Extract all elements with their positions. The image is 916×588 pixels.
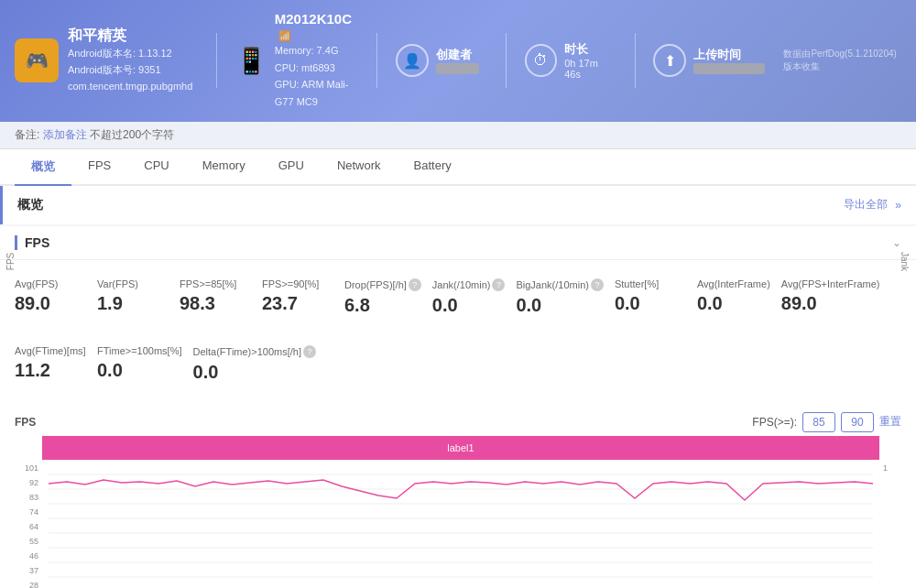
- jank-info-icon[interactable]: ?: [492, 278, 505, 291]
- chart-svg-wrapper: label1: [42, 436, 879, 588]
- device-icon: 📱: [235, 46, 267, 76]
- fps-panel-title: FPS: [15, 235, 49, 250]
- tab-bar: 概览 FPS CPU Memory GPU Network Battery: [0, 149, 916, 186]
- duration-info: 时长 0h 17m 46s: [564, 41, 616, 80]
- metric-bigjank: BigJank(/10min)? 0.0: [516, 275, 614, 323]
- upload-info: 上传时间 ██████████: [693, 47, 765, 74]
- metric-stutter-label: Stutter[%]: [615, 278, 686, 289]
- metric-ftime-100ms-label: FTime>=100ms[%]: [97, 345, 182, 356]
- duration-label: 时长: [564, 41, 616, 58]
- metric-stutter: Stutter[%] 0.0: [615, 275, 697, 323]
- duration-stat: ⏱ 时长 0h 17m 46s: [525, 41, 616, 80]
- creator-label: 创建者: [436, 47, 479, 63]
- creator-value: ██████: [436, 63, 479, 74]
- export-button[interactable]: 导出全部: [844, 197, 888, 212]
- app-package: com.tencent.tmgp.pubgmhd: [68, 79, 192, 95]
- fps-chart-container: FPS FPS(>=): 重置 101 92 83 74 64 55 46: [0, 405, 916, 588]
- metric-avg-fps: Avg(FPS) 89.0: [15, 275, 97, 323]
- metric-stutter-value: 0.0: [615, 293, 686, 314]
- metric-var-fps-label: Var(FPS): [97, 278, 169, 289]
- duration-icon: ⏱: [525, 44, 557, 77]
- creator-info: 创建者 ██████: [436, 47, 479, 74]
- divider-2: [376, 33, 377, 88]
- metric-ftime-100ms: FTime>=100ms[%] 0.0: [97, 342, 193, 390]
- metric-bigjank-label: BigJank(/10min)?: [516, 278, 603, 291]
- metric-bigjank-value: 0.0: [516, 295, 603, 316]
- fps-y-label: FPS: [5, 253, 16, 270]
- label1-banner: label1: [42, 436, 879, 460]
- metric-avg-fps-interframe: Avg(FPS+InterFrame) 89.0: [781, 275, 891, 323]
- metric-avg-fps-interframe-label: Avg(FPS+InterFrame): [781, 278, 880, 289]
- fps-collapse-button[interactable]: ⌄: [892, 236, 901, 249]
- tab-memory[interactable]: Memory: [186, 149, 262, 186]
- fps-panel-header: FPS ⌄: [0, 226, 916, 260]
- tab-battery[interactable]: Battery: [398, 149, 468, 186]
- metric-avg-ftime-label: Avg(FTime)[ms]: [15, 345, 86, 356]
- duration-value: 0h 17m 46s: [564, 58, 616, 80]
- reset-button[interactable]: 重置: [879, 414, 901, 430]
- metric-avg-fps-value: 89.0: [15, 293, 86, 314]
- metric-avg-interframe-label: Avg(InterFrame): [697, 278, 770, 289]
- metric-jank-value: 0.0: [432, 295, 506, 316]
- metric-avg-interframe: Avg(InterFrame) 0.0: [697, 275, 781, 323]
- tab-cpu[interactable]: CPU: [127, 149, 185, 186]
- fps-90-input[interactable]: [841, 412, 874, 432]
- chart-controls: FPS FPS(>=): 重置: [15, 412, 901, 432]
- app-android-version: Android版本名: 1.13.12: [68, 46, 192, 62]
- metric-fps90-value: 23.7: [262, 293, 333, 314]
- metric-var-fps-value: 1.9: [97, 293, 169, 314]
- fps-metrics-row1: Avg(FPS) 89.0 Var(FPS) 1.9 FPS>=85[%] 98…: [0, 260, 916, 338]
- metric-drop-fps: Drop(FPS)[/h]? 6.8: [344, 275, 432, 323]
- fps-85-input[interactable]: [802, 412, 835, 432]
- metric-var-fps: Var(FPS) 1.9: [97, 275, 180, 323]
- jank-y-label: Jank: [900, 252, 910, 271]
- y-axis-right: 1 0: [879, 436, 901, 588]
- device-memory: Memory: 7.4G: [275, 42, 358, 60]
- overview-section-header: 概览 导出全部 »: [0, 186, 916, 224]
- metric-avg-fps-label: Avg(FPS): [15, 278, 86, 289]
- fps-filter-label: FPS(>=):: [752, 416, 797, 429]
- metric-delta-ftime-label: Delta(FTime)>100ms[/h]?: [193, 345, 317, 358]
- creator-stat: 👤 创建者 ██████: [396, 44, 487, 77]
- device-details: M2012K10C 📶 Memory: 7.4G CPU: mt6893 GPU…: [275, 11, 358, 111]
- fps-filter: FPS(>=): 重置: [752, 412, 901, 432]
- delta-ftime-info-icon[interactable]: ?: [303, 345, 316, 358]
- overview-title: 概览: [17, 197, 43, 213]
- tab-network[interactable]: Network: [321, 149, 398, 186]
- metric-ftime-100ms-value: 0.0: [97, 360, 182, 381]
- metric-avg-ftime: Avg(FTime)[ms] 11.2: [15, 342, 97, 390]
- chart-title: FPS: [15, 416, 36, 429]
- divider-1: [216, 33, 217, 88]
- tab-gpu[interactable]: GPU: [262, 149, 321, 186]
- tab-fps[interactable]: FPS: [71, 149, 127, 186]
- wifi-icon: 📶: [278, 30, 291, 41]
- metric-avg-fps-interframe-value: 89.0: [781, 293, 880, 314]
- app-details: 和平精英 Android版本名: 1.13.12 Android版本号: 935…: [68, 27, 192, 94]
- metric-delta-ftime-value: 0.0: [193, 362, 317, 383]
- tab-overview[interactable]: 概览: [15, 149, 71, 186]
- bigjank-info-icon[interactable]: ?: [591, 278, 604, 291]
- divider-3: [506, 33, 507, 88]
- metric-jank: Jank(/10min)? 0.0: [432, 275, 517, 323]
- upload-value: ██████████: [693, 63, 765, 74]
- device-gpu: GPU: ARM Mali-G77 MC9: [275, 76, 358, 110]
- label1-text: label1: [447, 442, 474, 453]
- app-name: 和平精英: [68, 27, 192, 46]
- metric-fps90: FPS>=90[%] 23.7: [262, 275, 344, 323]
- note-suffix: 不超过200个字符: [90, 128, 174, 141]
- metric-delta-ftime: Delta(FTime)>100ms[/h]? 0.0: [193, 342, 328, 390]
- device-info: 📱 M2012K10C 📶 Memory: 7.4G CPU: mt6893 G…: [235, 11, 358, 111]
- metric-avg-ftime-value: 11.2: [15, 360, 86, 381]
- creator-icon: 👤: [396, 44, 429, 77]
- note-add-link[interactable]: 添加备注: [43, 128, 87, 141]
- note-prefix: 备注:: [15, 128, 39, 141]
- divider-4: [635, 33, 636, 88]
- drop-fps-info-icon[interactable]: ?: [409, 278, 421, 291]
- app-android-build: Android版本号: 9351: [68, 62, 192, 79]
- metric-fps85-value: 98.3: [180, 293, 251, 314]
- note-bar: 备注: 添加备注 不超过200个字符: [0, 122, 916, 149]
- device-model: M2012K10C 📶: [275, 11, 358, 42]
- upload-stat: ⬆ 上传时间 ██████████: [653, 44, 765, 77]
- metric-jank-label: Jank(/10min)?: [432, 278, 506, 291]
- collapse-icon[interactable]: »: [895, 199, 901, 212]
